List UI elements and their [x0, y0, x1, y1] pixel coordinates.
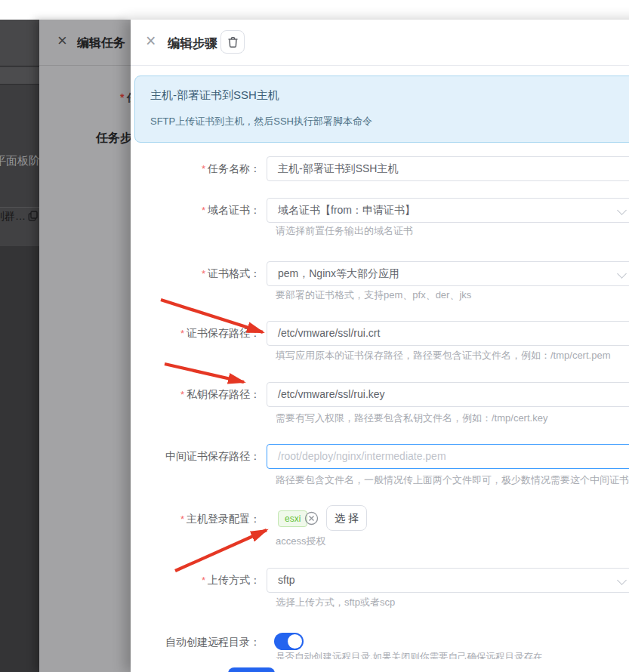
upload-method-select[interactable]: sftp [267, 568, 629, 593]
field-label: 中间证书保存路径： [131, 444, 261, 469]
divider [39, 65, 131, 66]
field-help: 请选择前置任务输出的域名证书 [276, 224, 413, 238]
host-access-tag: esxi [278, 510, 307, 527]
field-help: access授权 [276, 535, 325, 548]
close-icon[interactable]: × [57, 32, 67, 49]
required-mark: * [180, 513, 184, 525]
required-mark-partial: * 任 [120, 91, 131, 105]
field-label: 自动创建远程目录： [131, 635, 261, 649]
toggle-knob [288, 634, 302, 649]
field-label: *私钥保存路径： [131, 382, 261, 407]
primary-action-button-clipped[interactable] [228, 667, 275, 672]
back-drawer-field-label-partial: 任务步骤： [96, 131, 131, 146]
trash-icon [227, 36, 239, 48]
chevron-down-icon [617, 269, 627, 279]
sidebar-row [0, 67, 39, 85]
auto-create-dir-toggle[interactable] [274, 633, 304, 650]
field-label: *上传方式： [131, 568, 261, 593]
field-label: *证书保存路径： [131, 321, 261, 346]
intermediate-path-input[interactable]: /root/deploy/nginx/intermediate.pem [267, 444, 629, 469]
placeholder-text: /root/deploy/nginx/intermediate.pem [278, 450, 446, 462]
step-type-title: 主机-部署证书到SSH主机 [150, 88, 629, 103]
drawer-title: 编辑步骤 [168, 35, 217, 52]
sidebar-row [0, 246, 39, 672]
field-help: 路径要包含文件名，一般情况传上面两个文件即可，极少数情况需要这个中间证书 [276, 473, 629, 487]
field-help: 选择上传方式，sftp或者scp [276, 596, 395, 609]
required-mark: * [202, 205, 205, 216]
delete-step-button[interactable] [220, 30, 245, 54]
domain-cert-select[interactable]: 域名证书【from：申请证书】 [267, 198, 629, 223]
field-help: 要部署的证书格式，支持pem、pfx、der、jks [276, 288, 471, 302]
cert-format-select[interactable]: pem，Nginx等大部分应用 [267, 261, 629, 286]
key-path-input[interactable]: /etc/vmware/ssl/rui.key [267, 382, 629, 407]
circle-close-icon[interactable] [304, 511, 319, 526]
field-label: *域名证书： [131, 198, 261, 223]
chevron-down-icon [617, 575, 627, 585]
app-sidebar-dimmed: 平面板阶 列群… [0, 20, 39, 672]
required-mark: * [202, 268, 205, 279]
drawer-edit-step: × 编辑步骤 主机-部署证书到SSH主机 SFTP上传证书到主机，然后SSH执行… [131, 20, 629, 672]
required-mark: * [180, 389, 184, 400]
form-row-host-access: *主机登录配置： esxi 选 择 [131, 504, 629, 533]
page: { "colors": { "accent_blue": "#2464ef", … [0, 0, 629, 672]
cert-path-input[interactable]: /etc/vmware/ssl/rui.crt [267, 321, 629, 346]
copy-icon [28, 211, 39, 221]
required-mark: * [202, 575, 205, 586]
host-access-select-button[interactable]: 选 择 [326, 505, 367, 531]
field-help-clipped: 是否自动创建远程目录,如果关闭则你需要自己确保远程目录存在 [276, 651, 542, 659]
field-label: *证书格式： [131, 261, 261, 286]
required-mark: * [202, 163, 205, 174]
back-drawer-title: 编辑任务 [77, 35, 125, 51]
sidebar-item-label-partial: 平面板阶 [0, 154, 39, 168]
back-drawer-edit-task: × 编辑任务 * 任 任务步骤： [39, 20, 131, 672]
close-icon[interactable]: × [146, 32, 156, 50]
sidebar-row [0, 20, 39, 66]
step-type-description: SFTP上传证书到主机，然后SSH执行部署脚本命令 [150, 115, 629, 128]
field-help: 填写应用原本的证书保存路径，路径要包含证书文件名，例如：/tmp/cert.pe… [276, 349, 610, 362]
field-help: 需要有写入权限，路径要包含私钥文件名，例如：/tmp/cert.key [276, 412, 547, 425]
chevron-down-icon [617, 205, 627, 215]
required-mark: * [180, 328, 184, 339]
task-name-input[interactable]: 主机-部署证书到SSH主机 [267, 156, 629, 181]
field-label: *任务名称： [131, 156, 261, 181]
divider [131, 65, 629, 66]
field-label: *主机登录配置： [131, 504, 261, 534]
step-info-alert: 主机-部署证书到SSH主机 SFTP上传证书到主机，然后SSH执行部署脚本命令 [134, 76, 629, 143]
